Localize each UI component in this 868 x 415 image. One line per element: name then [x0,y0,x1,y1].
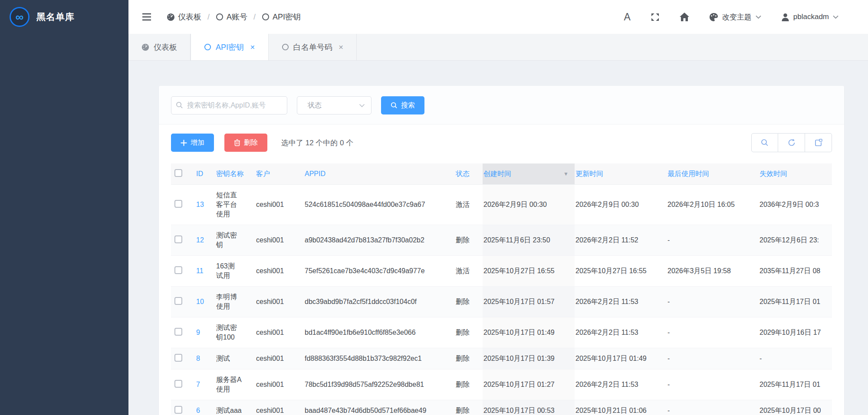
row-id-link[interactable]: 7 [196,381,200,388]
search-section: 状态 搜索 [159,86,844,124]
font-size-button[interactable]: A [624,11,630,23]
breadcrumb-separator: / [253,13,256,22]
column-header-key-name[interactable]: 密钥名称 [215,163,255,185]
row-client-cell: ceshi001 [255,317,304,348]
fullscreen-icon[interactable] [651,13,660,22]
row-updated-cell: 2026年2月2日 11:53 [575,369,667,400]
row-status-cell: 删除 [455,369,483,400]
tab-close-icon[interactable]: ✕ [339,44,344,51]
tab-whitelist-numbers[interactable]: 白名单号码 ✕ [269,34,357,60]
row-updated-cell: 2025年10月21日 01:06 [575,400,667,415]
table-body: 13 短信直 客平台 使用 ceshi001 524c61851c504098a… [171,185,832,415]
column-header-id[interactable]: ID [195,163,215,185]
column-header-status[interactable]: 状态 [455,163,483,185]
circle-icon [262,13,270,21]
search-button[interactable]: 搜索 [381,96,424,114]
app-title: 黑名单库 [36,11,75,23]
theme-menu-label: 改变主题 [722,12,752,22]
row-checkbox[interactable] [174,200,182,208]
row-created-cell: 2025年10月17日 01:39 [483,348,575,369]
column-header-last-used[interactable]: 最后使用时间 [667,163,759,185]
chevron-down-icon [833,15,838,19]
logo-row[interactable]: ∞ 黑名单库 [0,0,128,34]
row-client-cell: ceshi001 [255,287,304,317]
row-appid-cell: baad487e43b74d6db50d571ef66bae49 [304,400,455,415]
table-row: 7 服务器A 使用 ceshi001 78bc5d1f39d98d575af92… [171,369,832,400]
chevron-down-icon [756,15,761,19]
row-client-cell: ceshi001 [255,225,304,256]
row-id-link[interactable]: 8 [196,355,200,362]
row-checkbox[interactable] [174,380,182,388]
row-checkbox[interactable] [174,354,182,362]
row-expires-cell: 2025年11月17日 01 [759,287,832,317]
search-button-label: 搜索 [401,101,415,110]
row-id-link[interactable]: 12 [196,236,204,244]
table-actions-group [751,133,832,152]
row-id-link[interactable]: 11 [196,267,204,274]
row-appid-cell: 78bc5d1f39d98d575af92252e98dbe81 [304,369,455,400]
breadcrumb-item-account[interactable]: A账号 [216,12,247,22]
breadcrumb-label: 仪表板 [178,12,201,22]
row-client-cell: ceshi001 [255,369,304,400]
delete-button-label: 删除 [244,138,258,147]
row-updated-cell: 2026年2月2日 11:53 [575,287,667,317]
row-appid-cell: 75ef5261cae7b3e4c403c7d9c49a977e [304,256,455,287]
row-last-used-cell: - [667,369,759,400]
row-id-link[interactable]: 13 [196,201,204,208]
row-updated-cell: 2026年2月2日 11:53 [575,317,667,348]
search-icon [761,139,769,147]
user-menu[interactable]: pblackadm [781,13,838,21]
row-id-cell: 13 [195,185,215,225]
row-key-name-cell: 测试密 钥 [215,225,255,256]
column-header-appid[interactable]: APPID [304,163,455,185]
row-expires-cell: 2025年11月17日 01 [759,369,832,400]
row-select-cell [171,348,195,369]
keyword-search-field [171,96,287,114]
row-checkbox[interactable] [174,406,182,414]
row-checkbox[interactable] [174,328,182,336]
row-updated-cell: 2026年2月9日 00:30 [575,185,667,225]
tab-label: 白名单号码 [293,42,332,52]
toggle-search-button[interactable] [751,133,778,152]
api-key-table: ID 密钥名称 客户 APPID 状态 创建时间 ▼ 更新时间 最后使用时间 失 [171,163,832,415]
row-expires-cell: 2035年11月27日 08 [759,256,832,287]
row-checkbox[interactable] [174,297,182,305]
row-client-cell: ceshi001 [255,400,304,415]
breadcrumb-item-dashboard[interactable]: 仪表板 [167,12,201,22]
sidebar-toggle-button[interactable] [141,13,152,21]
top-header: 仪表板 / A账号 / API密钥 A [128,0,868,34]
row-checkbox[interactable] [174,235,182,243]
export-icon [815,139,822,147]
column-header-updated[interactable]: 更新时间 [575,163,667,185]
row-appid-cell: dbc39abd9b7fa2cf5f1ddcc03f104c0f [304,287,455,317]
column-header-expires[interactable]: 失效时间 [759,163,832,185]
row-id-link[interactable]: 6 [196,407,200,414]
home-icon[interactable] [680,13,689,21]
select-all-checkbox[interactable] [174,169,182,177]
tab-close-icon[interactable]: ✕ [250,44,255,51]
tab-api-key[interactable]: API密钥 ✕ [191,34,269,60]
row-status-cell: 激活 [455,185,483,225]
table-header-row: ID 密钥名称 客户 APPID 状态 创建时间 ▼ 更新时间 最后使用时间 失 [171,163,832,185]
row-expires-cell: - [759,348,832,369]
delete-button[interactable]: 删除 [224,134,267,152]
breadcrumb-item-api-key[interactable]: API密钥 [262,12,301,22]
tab-dashboard[interactable]: 仪表板 [128,34,191,60]
row-checkbox[interactable] [174,266,182,274]
palette-icon [709,13,718,22]
select-all-header [171,163,195,185]
row-id-link[interactable]: 9 [196,329,200,336]
theme-menu[interactable]: 改变主题 [709,12,761,22]
export-button[interactable] [805,133,832,152]
breadcrumb-label: API密钥 [273,12,301,22]
add-button[interactable]: 增加 [171,134,214,152]
column-header-client[interactable]: 客户 [255,163,304,185]
row-id-link[interactable]: 10 [196,298,204,305]
search-input[interactable] [171,96,287,114]
refresh-button[interactable] [778,133,805,152]
row-appid-cell: 524c61851c504098ae44fd00e37c9a67 [304,185,455,225]
status-select[interactable]: 状态 [297,96,372,114]
row-key-name-cell: 李明博 使用 [215,287,255,317]
tab-label: 仪表板 [154,42,177,52]
column-header-created[interactable]: 创建时间 ▼ [483,163,575,185]
